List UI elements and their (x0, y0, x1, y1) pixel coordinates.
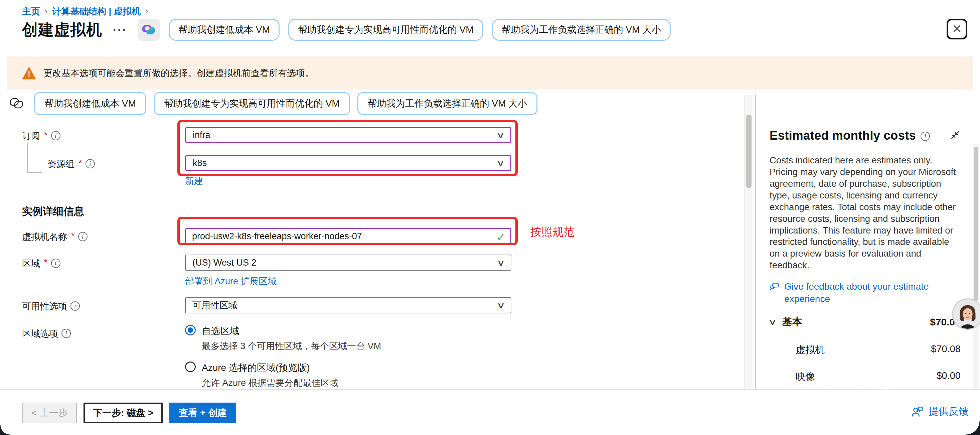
vm-name-input[interactable] (185, 228, 511, 245)
cost-group-basics[interactable]: 基本 $70.08 (770, 315, 961, 329)
region-dropdown[interactable]: (US) West US 2 (185, 255, 511, 271)
chevron-down-icon (497, 258, 505, 268)
copilot-suggestion-right-size[interactable]: 帮助我为工作负载选择正确的 VM 大小 (357, 92, 538, 115)
zone-option-desc: 允许 Azure 根据需要分配最佳区域 (202, 377, 339, 389)
subscription-value: infra (193, 130, 210, 140)
vm-name-label: 虚拟机名称 (22, 228, 185, 245)
collapse-icon[interactable] (950, 130, 961, 142)
subscription-label: 订阅 (22, 127, 185, 143)
info-icon[interactable] (62, 329, 71, 338)
breadcrumb: 主页 计算基础结构 | 虚拟机 (22, 5, 148, 18)
close-button[interactable] (947, 19, 967, 40)
chevron-right-icon (45, 7, 48, 16)
cost-group-name: 基本 (782, 315, 802, 329)
basics-form: 订阅 infra 资源组 k8s 新建 (22, 127, 515, 410)
info-icon[interactable] (86, 159, 95, 168)
info-icon[interactable] (921, 132, 930, 141)
valid-check-icon (496, 231, 505, 244)
resource-group-value: k8s (193, 158, 207, 168)
estimated-costs-panel: Estimated monthly costs Costs indicated … (756, 95, 973, 389)
copilot-outline-icon (7, 95, 27, 112)
region-label: 区域 (22, 255, 185, 287)
availability-options-value: 可用性区域 (192, 300, 237, 311)
next-disks-button[interactable]: 下一步: 磁盘 > (83, 403, 163, 423)
required-asterisk (44, 258, 48, 268)
radio-unselected[interactable] (185, 362, 196, 372)
cost-item-image: 映像 $0.00 (795, 370, 961, 384)
panel-divider (755, 95, 756, 389)
availability-options-label: 可用性选项 (22, 297, 185, 313)
subscription-dropdown[interactable]: infra (185, 127, 511, 143)
breadcrumb-home[interactable]: 主页 (22, 5, 40, 18)
resource-group-label: 资源组 (22, 155, 185, 187)
zone-option-desc: 最多选择 3 个可用性区域，每个区域一台 VM (202, 340, 381, 352)
zone-option-label[interactable]: Azure 选择的区域(预览版) (202, 362, 339, 374)
panel-scrollbar[interactable] (973, 143, 978, 389)
copilot-suggestion-high-availability[interactable]: 帮助我创建专为实现高可用性而优化的 VM (154, 92, 350, 115)
person-feedback-icon (910, 406, 924, 417)
review-create-button[interactable]: 查看 + 创建 (169, 403, 236, 423)
chevron-down-icon (768, 317, 776, 327)
instance-details-heading: 实例详细信息 (22, 204, 515, 218)
zone-option-self-select: 自选区域 最多选择 3 个可用性区域，每个区域一台 VM (185, 325, 511, 352)
create-vm-page: 主页 计算基础结构 | 虚拟机 创建虚拟机 帮助我创建低成本 VM 帮助我创建专… (0, 0, 980, 435)
main-scrollbar-thumb[interactable] (746, 115, 751, 188)
info-icon[interactable] (51, 258, 60, 268)
cost-item-vm: 虚拟机 $70.08 (795, 343, 961, 357)
copilot-button[interactable] (138, 19, 160, 41)
warning-banner: 更改基本选项可能会重置所做的选择。创建虚拟机前查看所有选项。 (7, 56, 973, 89)
copilot-suggestion-low-cost[interactable]: 帮助我创建低成本 VM (34, 92, 146, 115)
feedback-bubbles-icon (770, 280, 780, 293)
copilot-suggestion-right-size[interactable]: 帮助我为工作负载选择正确的 VM 大小 (492, 19, 671, 41)
tree-connector (27, 143, 42, 173)
required-asterisk (78, 158, 82, 168)
chevron-down-icon (497, 300, 505, 311)
panel-scrollbar-thumb[interactable] (974, 147, 978, 301)
warning-icon (22, 67, 36, 80)
zone-option-azure-select: Azure 选择的区域(预览版) 允许 Azure 根据需要分配最佳区域 (185, 362, 511, 389)
window-corner (966, 421, 980, 435)
costs-panel-title: Estimated monthly costs (770, 129, 916, 143)
previous-button[interactable]: < 上一步 (22, 403, 77, 423)
copilot-suggestion-row: 帮助我创建低成本 VM 帮助我创建专为实现高可用性而优化的 VM 帮助我为工作负… (7, 92, 538, 115)
required-asterisk (71, 231, 75, 241)
avatar[interactable] (952, 298, 980, 330)
chevron-down-icon (496, 158, 505, 168)
chevron-down-icon (496, 130, 505, 140)
copilot-suggestion-high-availability[interactable]: 帮助我创建专为实现高可用性而优化的 VM (288, 19, 483, 41)
zone-options-label: 区域选项 (22, 325, 185, 389)
info-icon[interactable] (78, 232, 88, 241)
estimate-feedback-link[interactable]: Give feedback about your estimate experi… (770, 280, 937, 305)
chevron-right-icon (146, 7, 148, 16)
costs-disclaimer: Costs indicated here are estimates only.… (770, 155, 959, 271)
radio-selected[interactable] (185, 325, 196, 335)
page-title: 创建虚拟机 (22, 19, 102, 40)
give-feedback-link[interactable]: 提供反馈 (910, 405, 969, 418)
window-corner (0, 425, 10, 435)
more-options-icon[interactable] (111, 23, 129, 37)
main-scrollbar[interactable] (744, 95, 753, 389)
warning-text: 更改基本选项可能会重置所做的选择。创建虚拟机前查看所有选项。 (43, 67, 314, 79)
create-new-link[interactable]: 新建 (185, 175, 203, 187)
info-icon[interactable] (70, 301, 80, 311)
footer-bar: < 上一步 下一步: 磁盘 > 查看 + 创建 提供反馈 (0, 389, 980, 435)
copilot-suggestion-low-cost[interactable]: 帮助我创建低成本 VM (169, 19, 280, 41)
region-value: (US) West US 2 (192, 258, 256, 268)
copilot-icon (142, 23, 156, 37)
title-row: 创建虚拟机 帮助我创建低成本 VM 帮助我创建专为实现高可用性而优化的 VM 帮… (22, 19, 671, 41)
required-asterisk (44, 130, 48, 140)
zone-option-label[interactable]: 自选区域 (202, 325, 381, 338)
info-icon[interactable] (51, 131, 60, 140)
availability-options-dropdown[interactable]: 可用性区域 (185, 297, 511, 313)
breadcrumb-section[interactable]: 计算基础结构 | 虚拟机 (52, 5, 141, 18)
extended-zones-link[interactable]: 部署到 Azure 扩展区域 (185, 275, 277, 287)
close-icon (952, 23, 962, 35)
resource-group-dropdown[interactable]: k8s (185, 155, 511, 171)
annotation-text: 按照规范 (530, 225, 574, 239)
